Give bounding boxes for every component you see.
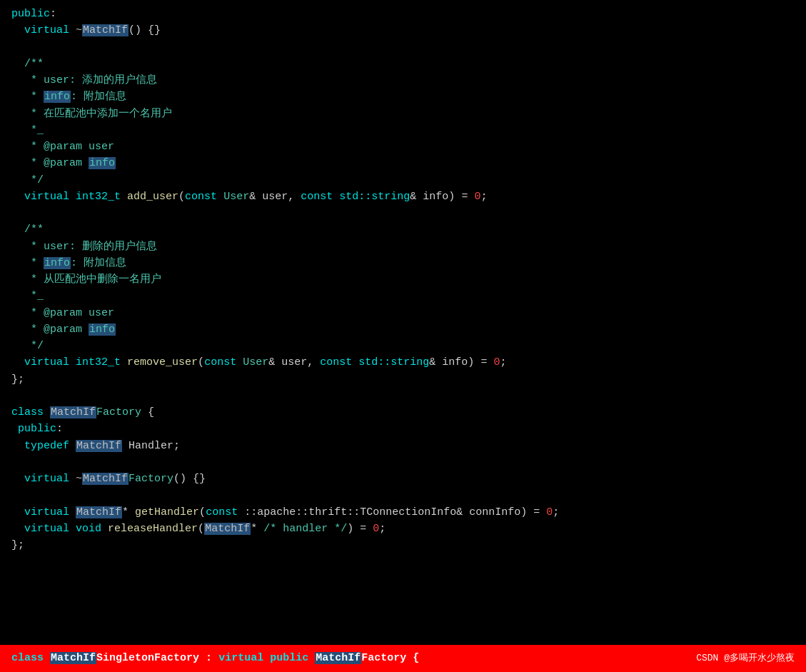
code-line: /**: [11, 221, 795, 238]
code-line: * @param user: [11, 139, 795, 155]
code-editor: public: virtual ~MatchIf() {} /** * user…: [0, 0, 806, 672]
code-line: * user: 添加的用户信息: [11, 72, 795, 89]
code-line: * info: 附加信息: [11, 255, 795, 271]
code-line: * user: 删除的用户信息: [11, 239, 795, 255]
code-line: virtual MatchIf* getHandler(const ::apac…: [11, 504, 795, 521]
code-line: * 在匹配池中添加一个名用户: [11, 106, 795, 122]
code-line: * 从匹配池中删除一名用户: [11, 271, 795, 288]
code-line: };: [11, 537, 795, 553]
code-line: [11, 39, 795, 56]
code-line: */: [11, 338, 795, 354]
code-line: virtual void releaseHandler(MatchIf* /* …: [11, 521, 795, 537]
code-line: * @param info: [11, 155, 795, 171]
code-line: * @param info: [11, 321, 795, 338]
code-line: *_: [11, 288, 795, 304]
code-line: typedef MatchIf Handler;: [11, 438, 795, 454]
code-line: * @param user: [11, 305, 795, 321]
bottom-bar-author: CSDN @多喝开水少熬夜: [696, 651, 795, 666]
code-line: * info: 附加信息: [11, 89, 795, 105]
code-line: class MatchIfFactory {: [11, 404, 795, 421]
code-line: */: [11, 172, 795, 189]
code-line: virtual int32_t add_user(const User& use…: [11, 189, 795, 205]
code-line: public:: [11, 6, 795, 22]
code-content: public: virtual ~MatchIf() {} /** * user…: [0, 0, 806, 553]
code-line: [11, 205, 795, 221]
code-line: *_: [11, 122, 795, 139]
bottom-status-bar: class MatchIfSingletonFactory : virtual …: [0, 645, 806, 672]
code-line: /**: [11, 56, 795, 72]
code-line: [11, 487, 795, 503]
code-line: [11, 388, 795, 404]
code-line: virtual ~MatchIf() {}: [11, 22, 795, 39]
code-line: public:: [11, 421, 795, 437]
code-line: virtual ~MatchIfFactory() {}: [11, 471, 795, 487]
bottom-bar-code: class MatchIfSingletonFactory : virtual …: [11, 650, 419, 666]
code-line: virtual int32_t remove_user(const User& …: [11, 354, 795, 371]
code-line: };: [11, 371, 795, 388]
code-line: [11, 454, 795, 471]
